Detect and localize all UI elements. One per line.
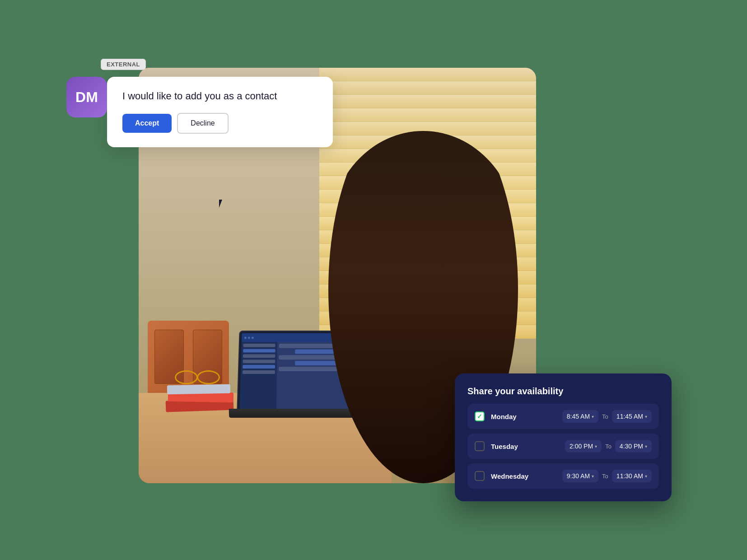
scene: EXTERNAL DM I would like to add you as a… — [57, 32, 690, 528]
monday-label: Monday — [491, 413, 532, 420]
tuesday-to-time[interactable]: 4:30 PM ▾ — [615, 440, 652, 453]
availability-row-monday: Monday 8:45 AM ▾ To 11:45 AM ▾ — [467, 404, 659, 429]
availability-title: Share your availability — [467, 386, 659, 397]
monday-to-time[interactable]: 11:45 AM ▾ — [612, 410, 652, 423]
avatar: DM — [66, 77, 107, 117]
accept-button[interactable]: Accept — [122, 114, 172, 133]
wednesday-from-time[interactable]: 9:30 AM ▾ — [562, 470, 598, 482]
availability-row-wednesday: Wednesday 9:30 AM ▾ To 11:30 AM ▾ — [467, 463, 659, 489]
monday-to-label: To — [602, 413, 608, 420]
tuesday-label: Tuesday — [491, 443, 532, 450]
wednesday-time-slot: 9:30 AM ▾ To 11:30 AM ▾ — [532, 470, 652, 482]
tuesday-to-label: To — [605, 443, 612, 450]
monday-checkbox[interactable] — [475, 411, 485, 421]
wednesday-to-time[interactable]: 11:30 AM ▾ — [612, 470, 652, 482]
wednesday-label: Wednesday — [491, 472, 532, 480]
wednesday-checkbox[interactable] — [475, 471, 485, 481]
tuesday-from-time[interactable]: 2:00 PM ▾ — [565, 440, 602, 453]
external-badge: EXTERNAL — [101, 59, 146, 70]
glasses — [175, 366, 220, 384]
contact-card-buttons: Accept Decline — [122, 113, 317, 134]
monday-from-time[interactable]: 8:45 AM ▾ — [562, 410, 598, 423]
contact-request-card: I would like to add you as a contact Acc… — [107, 77, 333, 147]
tuesday-time-slot: 2:00 PM ▾ To 4:30 PM ▾ — [532, 440, 652, 453]
monday-time-slot: 8:45 AM ▾ To 11:45 AM ▾ — [532, 410, 652, 423]
wednesday-to-label: To — [602, 473, 608, 480]
availability-row-tuesday: Tuesday 2:00 PM ▾ To 4:30 PM ▾ — [467, 434, 659, 459]
cursor-icon — [219, 200, 225, 209]
availability-card: Share your availability Monday 8:45 AM ▾… — [455, 373, 672, 501]
contact-request-message: I would like to add you as a contact — [122, 90, 317, 102]
tuesday-checkbox[interactable] — [475, 441, 485, 451]
decline-button[interactable]: Decline — [177, 113, 228, 134]
